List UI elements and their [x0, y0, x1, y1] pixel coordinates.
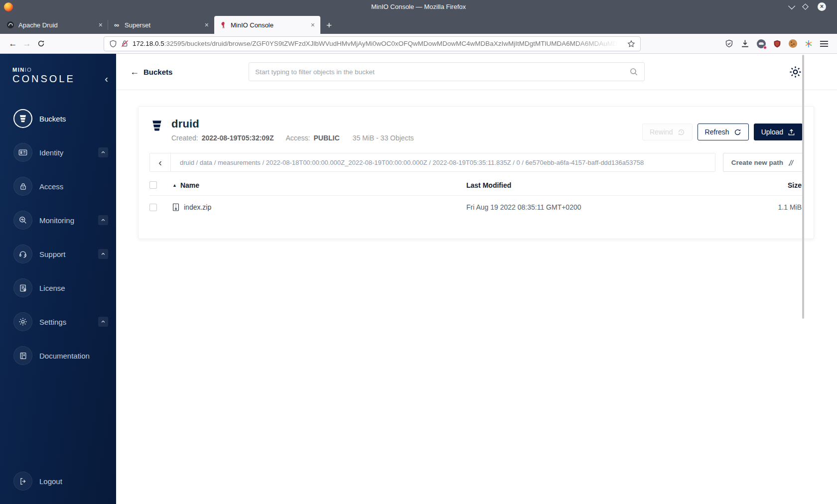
logo-min: MIN [12, 67, 25, 73]
refresh-button[interactable]: Refresh [698, 124, 749, 140]
sidebar-item-documentation[interactable]: Documentation [0, 339, 116, 373]
select-all-checkbox[interactable] [149, 181, 157, 189]
tracking-shield-icon[interactable] [109, 40, 117, 48]
tab-label: MinIO Console [231, 21, 310, 29]
column-header-last-modified[interactable]: Last Modified [466, 181, 738, 189]
lock-icon [13, 177, 32, 196]
window-minimize-button[interactable] [788, 2, 795, 9]
bookmark-star-icon[interactable] [627, 40, 635, 48]
tab-close-icon[interactable]: × [98, 21, 104, 29]
sidebar-item-label: Monitoring [39, 216, 74, 225]
access-value: PUBLIC [313, 134, 339, 142]
url-text[interactable]: 172.18.0.5:32595/buckets/druid/browse/ZG… [133, 40, 623, 47]
sidebar-item-buckets[interactable]: Buckets [0, 102, 116, 135]
tab-close-icon[interactable]: × [310, 21, 316, 29]
chevron-up-icon[interactable] [98, 147, 108, 157]
url-bar[interactable]: 172.18.0.5:32595/buckets/druid/browse/ZG… [104, 36, 641, 51]
reload-button[interactable] [34, 37, 48, 51]
chevron-up-icon[interactable] [98, 215, 108, 225]
insecure-lock-icon[interactable] [121, 40, 129, 47]
vertical-scrollbar[interactable] [802, 55, 804, 319]
upload-button[interactable]: Upload [754, 124, 803, 140]
identity-card-icon [13, 143, 32, 162]
url-path: :32595/buckets/druid/browse/ZGF0YS9tZWFz… [164, 40, 623, 47]
row-checkbox[interactable] [149, 204, 157, 211]
column-header-name[interactable]: Name [180, 181, 199, 189]
druid-favicon [6, 21, 14, 29]
downloads-icon[interactable] [741, 39, 749, 48]
forward-button[interactable]: → [20, 37, 34, 51]
create-path-icon [788, 159, 794, 166]
protections-shield-icon[interactable] [725, 39, 733, 48]
sidebar-item-label: Documentation [39, 352, 90, 360]
account-containers-icon[interactable] [757, 39, 766, 48]
breadcrumb-bar: ‹ druid / data / measurements / 2022-08-… [149, 153, 715, 172]
window-maximize-button[interactable] [802, 3, 809, 10]
rewind-button[interactable]: Rewind [642, 124, 693, 140]
tab-minio-console[interactable]: MinIO Console × [214, 16, 320, 34]
access-label: Access: [285, 134, 310, 142]
window-titlebar: MinIO Console — Mozilla Firefox × [0, 0, 837, 13]
browser-toolbar: ← → 172.18.0.5:32595/buckets/druid/brows… [0, 34, 837, 54]
sidebar-item-label: Support [39, 250, 66, 258]
rewind-label: Rewind [650, 128, 673, 136]
bucket-card: druid Created: 2022-08-19T05:32:09Z Acce… [138, 106, 814, 239]
create-new-path-label: Create new path [731, 159, 783, 166]
sort-ascending-icon[interactable]: ▲ [172, 183, 177, 188]
logo-io: IO [25, 67, 32, 73]
main-content: ← Buckets druid C [116, 54, 837, 504]
table-row[interactable]: index.zip Fri Aug 19 2022 08:35:11 GMT+0… [149, 196, 803, 219]
sidebar-item-settings[interactable]: Settings [0, 305, 116, 339]
sidebar-item-label: Identity [39, 148, 63, 157]
filter-objects-searchbox[interactable] [249, 62, 645, 81]
path-navigation-row: ‹ druid / data / measurements / 2022-08-… [149, 153, 803, 172]
object-last-modified: Fri Aug 19 2022 08:35:11 GMT+0200 [466, 203, 738, 211]
column-header-size[interactable]: Size [738, 181, 803, 189]
tab-close-icon[interactable]: × [204, 21, 210, 29]
path-back-button[interactable]: ‹ [150, 153, 171, 171]
create-new-path-button[interactable]: Create new path [723, 153, 803, 172]
tab-apache-druid[interactable]: Apache Druid × [2, 16, 108, 34]
menu-hamburger-icon[interactable] [820, 41, 828, 47]
chevron-up-icon[interactable] [98, 249, 108, 259]
logo-console: CONSOLE [12, 73, 116, 85]
tab-superset[interactable]: ∞ Superset × [108, 16, 214, 34]
bucket-summary-row: druid Created: 2022-08-19T05:32:09Z Acce… [149, 107, 803, 145]
sidebar-item-label: Access [39, 182, 63, 191]
search-input[interactable] [255, 68, 629, 76]
ublock-origin-icon[interactable] [773, 40, 781, 48]
object-name[interactable]: index.zip [184, 203, 211, 211]
sidebar-item-support[interactable]: Support [0, 237, 116, 271]
sidebar-item-label: License [39, 284, 65, 292]
sidebar-collapse-icon[interactable]: ‹ [105, 74, 108, 84]
sidebar-item-license[interactable]: License [0, 271, 116, 305]
sidebar-item-monitoring[interactable]: Monitoring [0, 203, 116, 237]
object-browser-header: ← Buckets [116, 54, 837, 90]
sidebar-item-logout[interactable]: Logout [13, 466, 62, 496]
bucket-name: druid [171, 118, 414, 130]
settings-gear-icon[interactable] [789, 65, 802, 79]
bucket-size-objects: 35 MiB - 33 Objects [353, 134, 414, 142]
object-size: 1.1 MiB [738, 203, 803, 211]
chevron-up-icon[interactable] [98, 317, 108, 327]
window-close-button[interactable]: × [818, 2, 826, 11]
back-button[interactable]: ← [6, 37, 20, 51]
sidebar-item-access[interactable]: Access [0, 169, 116, 203]
minio-flamingo-favicon [219, 21, 227, 29]
cookie-extension-icon[interactable] [789, 39, 797, 48]
breadcrumb-path[interactable]: druid / data / measurements / 2022-08-18… [171, 159, 653, 166]
sidebar-item-label: Logout [39, 477, 62, 486]
created-value: 2022-08-19T05:32:09Z [202, 134, 274, 142]
sidebar-item-identity[interactable]: Identity [0, 135, 116, 169]
gear-icon [13, 312, 32, 331]
refresh-label: Refresh [705, 128, 729, 136]
table-header-row: ▲ Name Last Modified Size [149, 175, 803, 196]
rewind-icon [678, 128, 685, 136]
tab-label: Apache Druid [18, 21, 98, 29]
colorful-asterisk-extension-icon[interactable] [805, 40, 813, 48]
license-document-icon [13, 278, 32, 297]
new-tab-button[interactable]: + [320, 20, 338, 34]
objects-table: ▲ Name Last Modified Size index.zip [149, 175, 803, 219]
url-domain: 172.18.0.5 [133, 40, 164, 47]
back-to-buckets-link[interactable]: ← Buckets [130, 67, 172, 76]
